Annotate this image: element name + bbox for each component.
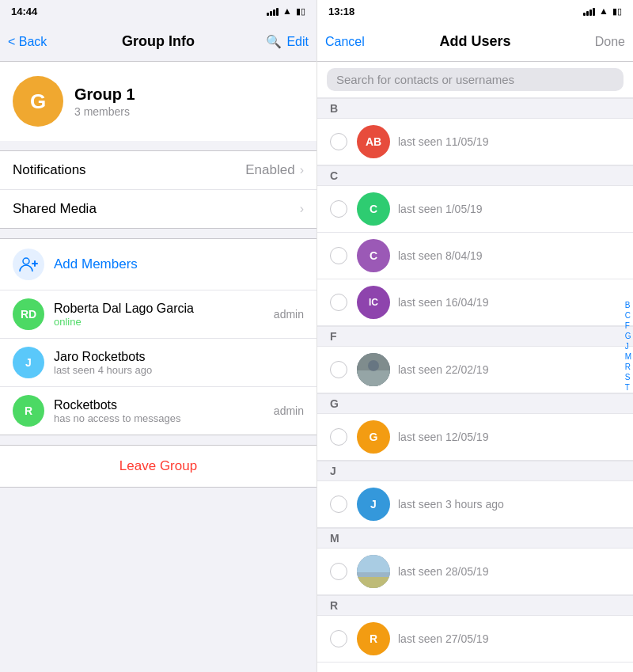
search-bar: Search for contacts or usernames bbox=[317, 62, 633, 98]
section-header-r: R bbox=[317, 595, 633, 616]
section-header-c: C bbox=[317, 165, 633, 186]
right-panel: 13:18 ▲ ▮▯ Cancel Add Users Done Search … bbox=[316, 0, 633, 672]
contact-seen: last seen 3 hours ago bbox=[398, 498, 504, 511]
contact-info: last seen 28/05/19 bbox=[398, 564, 620, 579]
contact-row[interactable]: last seen 22/02/19 bbox=[317, 347, 633, 393]
group-header: G Group 1 3 members bbox=[0, 62, 316, 141]
index-j[interactable]: J bbox=[625, 342, 631, 351]
svg-rect-4 bbox=[357, 370, 390, 386]
contact-radio[interactable] bbox=[330, 200, 347, 218]
contact-avatar-c2: C bbox=[357, 239, 390, 272]
contact-avatar-r: R bbox=[357, 622, 390, 655]
contact-seen: last seen 1/05/19 bbox=[398, 203, 483, 215]
member-row[interactable]: R Rocketbots has no access to messages a… bbox=[0, 387, 316, 435]
shared-media-chevron: › bbox=[300, 202, 304, 216]
contact-row[interactable]: C last seen 8/04/19 bbox=[317, 233, 633, 279]
search-input-wrap[interactable]: Search for contacts or usernames bbox=[327, 68, 624, 91]
contact-avatar-f bbox=[357, 353, 390, 386]
contact-info: last seen 3 hours ago bbox=[398, 497, 620, 511]
search-icon[interactable]: 🔍 bbox=[266, 34, 282, 49]
contact-seen: last seen 12/05/19 bbox=[398, 431, 488, 443]
contact-radio[interactable] bbox=[330, 361, 347, 378]
left-status-bar: 14:44 ▲ ▮▯ bbox=[0, 0, 316, 22]
index-b[interactable]: B bbox=[625, 301, 631, 309]
notifications-value: Enabled bbox=[245, 162, 294, 178]
contact-avatar-g: G bbox=[357, 420, 390, 454]
member-row[interactable]: J Jaro Rocketbots last seen 4 hours ago bbox=[0, 339, 316, 387]
contact-avatar-c1: C bbox=[357, 192, 390, 226]
section-header-b: B bbox=[317, 98, 633, 119]
add-members-row[interactable]: Add Members bbox=[0, 239, 316, 290]
member-name-jaro: Jaro Rocketbots bbox=[54, 350, 304, 364]
done-button[interactable]: Done bbox=[595, 35, 625, 49]
contact-row[interactable]: IC last seen 16/04/19 bbox=[317, 279, 633, 326]
contact-radio[interactable] bbox=[330, 247, 347, 264]
contact-row[interactable]: last seen 28/05/19 bbox=[317, 549, 633, 595]
contact-radio[interactable] bbox=[330, 563, 347, 580]
member-info-rocketbots: Rocketbots has no access to messages bbox=[54, 398, 274, 424]
notifications-row[interactable]: Notifications Enabled › bbox=[0, 151, 316, 190]
members-section: Add Members RD Roberta Dal Lago Garcia o… bbox=[0, 238, 316, 435]
index-m[interactable]: M bbox=[625, 352, 631, 361]
index-g[interactable]: G bbox=[625, 332, 631, 340]
contact-row[interactable]: G last seen 12/05/19 bbox=[317, 414, 633, 461]
index-t[interactable]: T bbox=[625, 383, 631, 392]
index-c[interactable]: C bbox=[625, 311, 631, 320]
contact-row[interactable]: J last seen 3 hours ago bbox=[317, 481, 633, 528]
svg-point-0 bbox=[23, 258, 29, 264]
cancel-button[interactable]: Cancel bbox=[325, 35, 365, 49]
contact-info: last seen 11/05/19 bbox=[398, 135, 620, 149]
group-avatar: G bbox=[13, 76, 63, 127]
member-row[interactable]: RD Roberta Dal Lago Garcia online admin bbox=[0, 290, 316, 339]
notifications-label: Notifications bbox=[13, 162, 245, 178]
member-status-roberta: online bbox=[54, 316, 274, 328]
right-wifi-icon: ▲ bbox=[599, 6, 608, 17]
section-header-f: F bbox=[317, 326, 633, 347]
right-battery-icon: ▮▯ bbox=[612, 6, 622, 17]
contact-row[interactable]: C last seen 1/05/19 bbox=[317, 186, 633, 233]
search-placeholder: Search for contacts or usernames bbox=[336, 73, 514, 86]
contact-avatar-j: J bbox=[357, 488, 390, 521]
svg-rect-8 bbox=[357, 572, 390, 577]
member-avatar-r: R bbox=[13, 395, 44, 427]
index-f[interactable]: F bbox=[625, 321, 631, 330]
contact-seen: last seen 8/04/19 bbox=[398, 249, 483, 262]
section-header-g: G bbox=[317, 393, 633, 414]
contact-info: last seen 16/04/19 bbox=[398, 295, 620, 309]
add-members-label: Add Members bbox=[54, 256, 138, 272]
left-panel: 14:44 ▲ ▮▯ < Back Group Info 🔍 Edit G Gr… bbox=[0, 0, 316, 672]
contact-seen: last seen 22/02/19 bbox=[398, 363, 488, 376]
contact-info: last seen 1/05/19 bbox=[398, 202, 620, 216]
contact-radio[interactable] bbox=[330, 133, 347, 150]
leave-group-label: Leave Group bbox=[119, 458, 197, 474]
index-s[interactable]: S bbox=[625, 373, 631, 382]
edit-button[interactable]: Edit bbox=[286, 35, 309, 49]
contact-radio[interactable] bbox=[330, 495, 347, 513]
shared-media-label: Shared Media bbox=[13, 201, 300, 217]
left-time: 14:44 bbox=[11, 6, 37, 17]
contact-radio[interactable] bbox=[330, 294, 347, 311]
contact-avatar-ab: AB bbox=[357, 125, 390, 158]
add-users-title: Add Users bbox=[439, 33, 510, 50]
member-name-roberta: Roberta Dal Lago Garcia bbox=[54, 302, 274, 316]
contact-radio[interactable] bbox=[330, 428, 347, 446]
right-status-bar: 13:18 ▲ ▮▯ bbox=[317, 0, 633, 22]
contact-info: last seen 8/04/19 bbox=[398, 249, 620, 263]
contact-avatar-ic: IC bbox=[357, 286, 390, 319]
add-members-icon bbox=[13, 249, 44, 280]
settings-section: Notifications Enabled › Shared Media › bbox=[0, 150, 316, 229]
member-status-rocketbots: has no access to messages bbox=[54, 412, 274, 424]
index-r[interactable]: R bbox=[625, 363, 631, 371]
leave-group-row[interactable]: Leave Group bbox=[0, 446, 316, 487]
shared-media-row[interactable]: Shared Media › bbox=[0, 190, 316, 228]
contact-row[interactable]: R last seen 27/05/19 bbox=[317, 616, 633, 663]
contact-radio[interactable] bbox=[330, 630, 347, 647]
contact-seen: last seen 28/05/19 bbox=[398, 565, 488, 578]
contact-seen: last seen 27/05/19 bbox=[398, 632, 488, 645]
back-button[interactable]: < Back bbox=[8, 35, 47, 49]
contact-info: last seen 27/05/19 bbox=[398, 632, 620, 646]
group-info: Group 1 3 members bbox=[74, 85, 135, 118]
right-time: 13:18 bbox=[328, 6, 354, 17]
contact-row[interactable]: AB last seen 11/05/19 bbox=[317, 119, 633, 165]
member-avatar-rd: RD bbox=[13, 298, 44, 330]
